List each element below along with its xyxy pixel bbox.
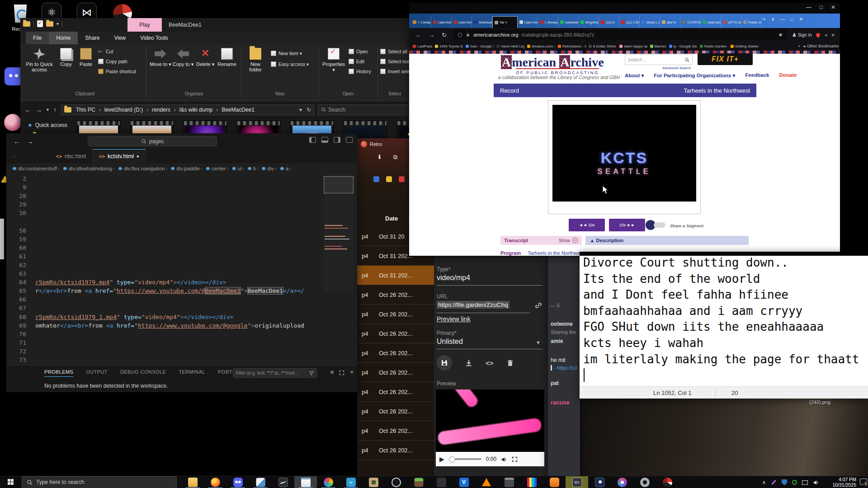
customize-layout-icon[interactable] — [346, 137, 353, 143]
easy-access-button[interactable]: Easy access ▾ — [271, 61, 309, 67]
blue-app-icon[interactable] — [373, 176, 379, 182]
mpc-icon[interactable] — [566, 476, 588, 488]
desktop-photo[interactable]: (240).png — [580, 399, 868, 476]
play-button[interactable]: ▶ — [439, 455, 444, 463]
panel-tab[interactable]: DEBUG CONSOLE — [120, 369, 166, 377]
tab-list-chevron-icon[interactable]: ∨ — [771, 16, 774, 22]
back-icon[interactable]: ← — [25, 106, 31, 113]
breadcrumb-item[interactable]: l&s wiki dump — [172, 107, 214, 113]
file-row[interactable]: p4 Oct 26 202... — [357, 382, 434, 402]
toggle-secondary-sidebar-icon[interactable] — [334, 137, 340, 143]
browser-tab[interactable]: Ioanbeel l — [558, 16, 579, 28]
notification-center-icon[interactable]: 3 — [860, 479, 867, 485]
share-icon[interactable]: ⧉ — [393, 154, 397, 161]
save-button[interactable] — [437, 355, 452, 371]
other-bookmarks-folder[interactable]: ▸ Other Bookmarks — [804, 44, 839, 48]
qat-chevron-icon[interactable]: ▾ — [57, 21, 59, 26]
browser-tab[interactable]: read desc — [701, 16, 721, 28]
forward-icon[interactable]: → — [36, 106, 42, 113]
folder-icon[interactable] — [23, 21, 30, 27]
breadcrumb-node[interactable]: ul› — [232, 166, 245, 171]
bookmark-item[interactable]: Getting Started — [731, 44, 759, 48]
select-none-button[interactable]: Select none — [380, 59, 413, 64]
select-all-button[interactable]: Select all — [380, 49, 407, 54]
tray-expand-icon[interactable]: ∧ — [762, 479, 766, 485]
pin-extension-icon[interactable] — [816, 32, 821, 38]
close-panel-icon[interactable]: × — [350, 369, 354, 375]
vscode-command-search[interactable]: pages — [88, 136, 217, 146]
mail-app-icon[interactable] — [249, 476, 272, 488]
delete-file-button[interactable] — [506, 359, 514, 367]
screen-app-icon[interactable] — [588, 476, 611, 488]
open-button[interactable]: Open — [349, 49, 368, 54]
move-to-button[interactable]: Move to ▾ — [150, 47, 171, 67]
breadcrumb-item[interactable]: This PC — [74, 107, 97, 113]
paint-icon[interactable] — [317, 476, 340, 488]
orange-app-icon[interactable] — [543, 476, 566, 488]
kcts-video[interactable]: KCTS SEATTLE — [552, 105, 696, 202]
toggle-sidebar-icon[interactable] — [309, 137, 316, 143]
explorer-menu-tab[interactable]: Home — [49, 32, 78, 44]
extensions-overflow-icon[interactable]: » — [825, 33, 827, 38]
ring-app-icon[interactable] — [656, 476, 679, 488]
browser-tab[interactable]: Liam Keel The — [518, 16, 538, 28]
close-icon[interactable]: ✕ — [831, 4, 835, 10]
color-bars-app-icon[interactable] — [520, 476, 543, 488]
panel-tab[interactable]: OUTPUT — [86, 369, 108, 377]
taskbar-clock[interactable]: 4:07 PM 10/31/2025 — [832, 477, 856, 488]
bookmark-item[interactable]: Radio Garden – Knock... — [700, 44, 728, 48]
ff-restore-icon[interactable]: □ — [791, 16, 794, 22]
paste-button[interactable]: Paste — [76, 47, 95, 67]
file-row[interactable]: p4 Oct 26 202... — [357, 285, 434, 305]
rename-button[interactable]: Rename — [216, 47, 238, 67]
nav-link[interactable]: About ▾ — [625, 72, 644, 79]
breadcrumb-node[interactable]: div› — [262, 166, 278, 171]
app-icon[interactable] — [430, 476, 453, 488]
browser-tab[interactable]: L Money — [538, 16, 558, 28]
bookmark-item[interactable]: 1994 Toyota Sprint 50c.. — [435, 44, 463, 48]
yellow-app-icon[interactable] — [386, 176, 392, 182]
nav-link[interactable]: For Participating Organizations ▾ — [654, 72, 735, 79]
red-app-icon[interactable] — [399, 176, 405, 182]
address-bar-input[interactable]: americanarchive.org/catalog/cpb-aacip-28… — [453, 30, 788, 40]
copy-to-button[interactable]: Copy to ▾ — [172, 47, 194, 67]
film-reel-app-icon[interactable] — [611, 476, 633, 488]
notepad-icon[interactable] — [294, 476, 317, 488]
fullscreen-icon[interactable] — [512, 455, 518, 463]
bookmark-item[interactable]: 6 Dollar Shirts - Thous.. — [589, 44, 617, 48]
discord-icon[interactable] — [226, 476, 249, 488]
browser-tab[interactable]: Liam Kee — [431, 16, 452, 28]
rewind-10s-button[interactable]: ◄◄ 10s — [569, 219, 605, 231]
nav-link[interactable]: Donate — [779, 72, 797, 79]
minecraft-icon[interactable] — [407, 476, 430, 488]
breadcrumb-node[interactable]: div.flex.navigation› — [118, 166, 168, 171]
file-row[interactable]: p4 Oct 26 202... — [357, 441, 434, 460]
address-dropdown-icon[interactable]: ▾ — [299, 107, 302, 113]
bookmark-item[interactable]: Amazon.com: Calyan... — [527, 44, 555, 48]
browser-tab[interactable]: American — [472, 16, 492, 28]
browser-back-icon[interactable]: ← — [415, 32, 421, 38]
browser-tab[interactable]: + Contact — [411, 16, 431, 28]
up-icon[interactable]: ↑ — [53, 106, 57, 113]
properties-toggle-icon[interactable] — [37, 20, 43, 27]
explorer-menu-tab[interactable]: Video Tools — [133, 32, 175, 44]
breadcrumb-node[interactable]: a› — [280, 166, 292, 171]
link-icon[interactable] — [534, 301, 542, 310]
vlc-icon[interactable] — [475, 476, 498, 488]
new-item-button[interactable]: New item ▾ — [271, 51, 302, 56]
pin-to-quick-access-button[interactable]: Pin to Quick access — [25, 47, 54, 72]
recent-locations-icon[interactable]: ▾ — [47, 107, 49, 112]
bookmark-item[interactable]: ly - Google Search — [669, 44, 697, 48]
browser-tab[interactable]: Tar × — [492, 16, 518, 28]
bookmark-item[interactable]: Hand Held Legend Ret... — [496, 44, 524, 48]
vegas-icon[interactable] — [453, 476, 475, 488]
copy-path-button[interactable]: Copy path — [98, 59, 127, 64]
photo-desktop-icon[interactable] — [4, 114, 21, 131]
breadcrumb-node[interactable]: div.containerstuff› — [13, 166, 61, 171]
obs-icon[interactable] — [385, 476, 407, 488]
volume-icon[interactable] — [501, 455, 507, 463]
explorer-search-input[interactable]: Search — [318, 104, 412, 115]
volume-tray-icon[interactable] — [813, 479, 819, 487]
panel-tab[interactable]: TERMINAL — [179, 369, 205, 377]
vscode-back-icon[interactable]: ← — [14, 137, 20, 145]
